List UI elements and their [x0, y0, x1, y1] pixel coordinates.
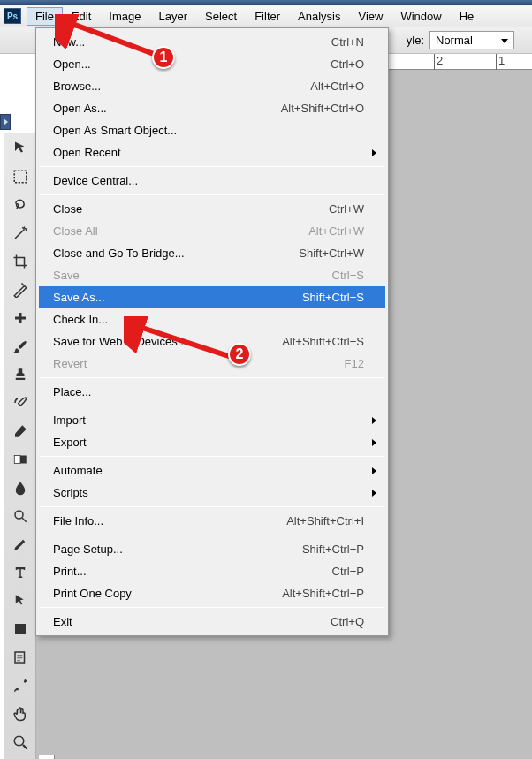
menu-item-automate[interactable]: Automate: [39, 459, 385, 482]
menu-separator: [40, 194, 384, 195]
crop-tool[interactable]: [8, 250, 33, 273]
lasso-tool[interactable]: [8, 194, 33, 216]
menu-item-label: Open...: [53, 57, 331, 71]
zoom-tool[interactable]: [8, 731, 33, 754]
annotation-badge-2: 2: [228, 343, 251, 366]
menu-item-revert: RevertF12: [39, 353, 385, 375]
pen-tool[interactable]: [8, 533, 33, 556]
menu-item-scripts[interactable]: Scripts: [39, 482, 385, 504]
menu-item-label: Print...: [53, 565, 332, 578]
shape-tool[interactable]: [8, 618, 33, 641]
menu-item-print[interactable]: Print...Ctrl+P: [39, 560, 385, 582]
menu-item-close[interactable]: CloseCtrl+W: [39, 198, 385, 220]
menu-item-shortcut: Shift+Ctrl+S: [302, 291, 364, 304]
menu-item-label: Device Central...: [53, 174, 364, 187]
menu-item-shortcut: Alt+Ctrl+W: [308, 224, 364, 238]
menu-item-close-and-go-to-bridge[interactable]: Close and Go To Bridge...Shift+Ctrl+W: [39, 242, 385, 264]
menu-item-label: Place...: [53, 385, 364, 398]
menu-item-open-recent[interactable]: Open Recent: [39, 141, 385, 163]
menu-he[interactable]: He: [451, 7, 483, 26]
menu-item-file-info[interactable]: File Info...Alt+Shift+Ctrl+I: [39, 510, 385, 532]
menu-item-shortcut: Alt+Shift+Ctrl+P: [282, 587, 364, 600]
menu-item-label: Revert: [53, 357, 345, 370]
app-icon: Ps: [4, 8, 21, 24]
menu-item-label: Close and Go To Bridge...: [53, 247, 299, 260]
move-tool[interactable]: [8, 137, 33, 160]
menu-item-save-as[interactable]: Save As...Shift+Ctrl+S: [39, 286, 385, 308]
menu-analysis[interactable]: Analysis: [289, 7, 349, 26]
chevron-right-icon: [372, 439, 376, 446]
menu-item-save-for-web-devices[interactable]: Save for Web & Devices...Alt+Shift+Ctrl+…: [39, 330, 385, 353]
menu-item-shortcut: Ctrl+P: [332, 565, 364, 578]
menu-item-label: Open As...: [53, 102, 281, 115]
file-menu-dropdown: New...Ctrl+NOpen...Ctrl+OBrowse...Alt+Ct…: [35, 27, 389, 636]
menu-item-shortcut: Ctrl+Q: [331, 615, 364, 628]
slice-tool[interactable]: [8, 278, 33, 301]
menu-item-label: Open Recent: [53, 146, 364, 159]
menu-item-save: SaveCtrl+S: [39, 264, 385, 286]
menu-separator: [40, 377, 384, 378]
chevron-right-icon: [372, 490, 376, 497]
menu-file[interactable]: File: [27, 7, 63, 26]
annotation-badge-1: 1: [152, 46, 175, 69]
menu-item-place[interactable]: Place...: [39, 381, 385, 403]
brush-tool[interactable]: [8, 335, 33, 358]
dodge-tool[interactable]: [8, 505, 33, 528]
menu-item-open-as-smart-object[interactable]: Open As Smart Object...: [39, 119, 385, 141]
eyedropper-tool[interactable]: [8, 674, 33, 697]
menu-item-device-central[interactable]: Device Central...: [39, 170, 385, 192]
menu-item-shortcut: Shift+Ctrl+W: [299, 247, 364, 260]
menu-item-open-as[interactable]: Open As...Alt+Shift+Ctrl+O: [39, 97, 385, 119]
menu-item-exit[interactable]: ExitCtrl+Q: [39, 611, 385, 633]
menu-item-label: Print One Copy: [53, 587, 282, 600]
menu-item-browse[interactable]: Browse...Alt+Ctrl+O: [39, 75, 385, 97]
menu-item-label: Export: [53, 436, 364, 449]
menu-item-close-all: Close AllAlt+Ctrl+W: [39, 220, 385, 242]
menu-filter[interactable]: Filter: [246, 7, 289, 26]
menu-item-label: Check In...: [53, 313, 364, 326]
menu-item-page-setup[interactable]: Page Setup...Shift+Ctrl+P: [39, 538, 385, 560]
chevron-right-icon: [372, 417, 376, 424]
svg-rect-0: [14, 171, 27, 183]
svg-rect-7: [15, 652, 25, 663]
menu-select[interactable]: Select: [196, 7, 246, 26]
marquee-tool[interactable]: [8, 165, 33, 188]
menu-item-label: Open As Smart Object...: [53, 124, 364, 137]
menu-image[interactable]: Image: [100, 7, 149, 26]
svg-rect-4: [14, 456, 20, 464]
style-label: yle:: [407, 34, 424, 47]
svg-rect-2: [19, 313, 21, 323]
gradient-tool[interactable]: [8, 448, 33, 471]
type-tool[interactable]: [8, 561, 33, 584]
menu-window[interactable]: Window: [391, 7, 450, 26]
menu-item-label: Save: [53, 269, 332, 282]
menu-item-label: Save As...: [53, 291, 302, 304]
menu-item-print-one-copy[interactable]: Print One CopyAlt+Shift+Ctrl+P: [39, 582, 385, 604]
menu-item-shortcut: Ctrl+S: [332, 269, 364, 282]
menu-item-export[interactable]: Export: [39, 431, 385, 453]
eraser-tool[interactable]: [8, 420, 33, 443]
path-select-tool[interactable]: [8, 589, 33, 612]
menu-edit[interactable]: Edit: [63, 7, 100, 26]
style-select[interactable]: Normal: [429, 31, 514, 49]
ruler-tick: 2: [434, 54, 443, 70]
hand-tool[interactable]: [8, 702, 33, 725]
menu-view[interactable]: View: [349, 7, 391, 26]
healing-tool[interactable]: [8, 307, 33, 330]
wand-tool[interactable]: [8, 222, 33, 245]
notes-tool[interactable]: [8, 646, 33, 669]
menu-layer[interactable]: Layer: [150, 7, 197, 26]
menu-item-label: Exit: [53, 615, 331, 628]
history-brush-tool[interactable]: [8, 391, 33, 414]
menu-item-open[interactable]: Open...Ctrl+O: [39, 53, 385, 75]
ruler-vertical: [39, 755, 55, 759]
chevron-right-icon: [372, 149, 376, 156]
menu-item-check-in[interactable]: Check In...: [39, 308, 385, 330]
blur-tool[interactable]: [8, 476, 33, 499]
stamp-tool[interactable]: [8, 363, 33, 386]
menu-item-import[interactable]: Import: [39, 409, 385, 431]
menu-item-new[interactable]: New...Ctrl+N: [39, 31, 385, 53]
menu-separator: [40, 506, 384, 507]
panel-expand-tab[interactable]: [0, 114, 11, 130]
menu-separator: [40, 406, 384, 406]
